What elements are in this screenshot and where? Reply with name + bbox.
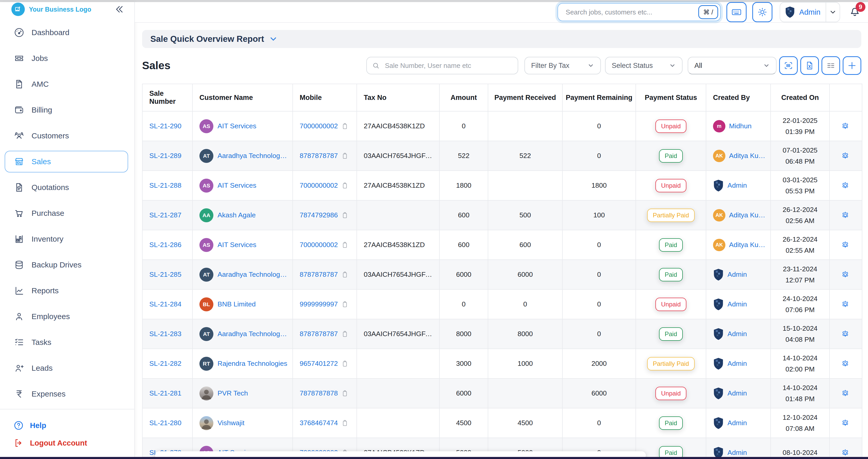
sidebar-item-backup-drives[interactable]: Backup Drives bbox=[5, 254, 128, 276]
creator-name-link[interactable]: Admin bbox=[727, 389, 747, 397]
copy-icon[interactable] bbox=[342, 360, 348, 368]
copy-icon[interactable] bbox=[342, 241, 348, 249]
creator-name-link[interactable]: Admin bbox=[727, 182, 747, 190]
customer-name-link[interactable]: Rajendra Technologies bbox=[218, 360, 287, 368]
sidebar-item-billing[interactable]: Billing bbox=[5, 99, 128, 121]
sale-number-link[interactable]: SL-21-287 bbox=[149, 211, 181, 219]
row-settings-gear-icon[interactable] bbox=[832, 448, 859, 458]
theme-brightness-button[interactable] bbox=[752, 2, 772, 22]
copy-icon[interactable] bbox=[342, 300, 348, 308]
date-range-select[interactable]: All bbox=[688, 57, 777, 74]
customer-name-link[interactable]: AIT Services bbox=[218, 122, 256, 130]
creator-name-link[interactable]: Aditya Kumar bbox=[729, 152, 766, 160]
row-settings-gear-icon[interactable] bbox=[832, 121, 859, 131]
sidebar-item-dashboard[interactable]: Dashboard bbox=[5, 22, 128, 43]
sale-number-link[interactable]: SL-21-290 bbox=[149, 122, 181, 130]
sale-number-link[interactable]: SL-21-280 bbox=[149, 419, 181, 427]
creator-name-link[interactable]: Admin bbox=[727, 300, 747, 308]
mobile-link[interactable]: 9657401272 bbox=[300, 360, 338, 368]
customer-name-link[interactable]: AIT Services bbox=[218, 241, 256, 249]
copy-icon[interactable] bbox=[342, 271, 348, 278]
mobile-link[interactable]: 7874792986 bbox=[300, 211, 338, 219]
sale-number-link[interactable]: SL-21-284 bbox=[149, 300, 181, 308]
table-search-input[interactable] bbox=[384, 61, 513, 70]
creator-name-link[interactable]: Admin bbox=[727, 270, 747, 278]
mobile-link[interactable]: 8787878787 bbox=[300, 270, 338, 278]
creator-name-link[interactable]: Admin bbox=[727, 330, 747, 338]
global-search-input[interactable] bbox=[565, 8, 698, 17]
barcode-scan-button[interactable] bbox=[779, 56, 798, 75]
sale-number-link[interactable]: SL-21-289 bbox=[149, 152, 181, 160]
row-settings-gear-icon[interactable] bbox=[832, 299, 859, 309]
creator-name-link[interactable]: Admin bbox=[727, 419, 747, 427]
help-button[interactable]: Help bbox=[0, 417, 134, 434]
copy-icon[interactable] bbox=[342, 211, 348, 219]
sidebar-item-leads[interactable]: Leads bbox=[5, 357, 128, 379]
row-settings-gear-icon[interactable] bbox=[832, 181, 859, 191]
keyboard-shortcuts-button[interactable] bbox=[726, 2, 747, 22]
mobile-link[interactable]: 7878787878 bbox=[300, 389, 338, 397]
logout-button[interactable]: Logout Account bbox=[0, 434, 134, 452]
report-chevron-down-icon[interactable] bbox=[269, 34, 278, 44]
notifications-bell[interactable]: 9 bbox=[848, 5, 861, 20]
column-settings-button[interactable] bbox=[822, 56, 840, 75]
mobile-link[interactable]: 8787878787 bbox=[300, 330, 338, 338]
row-settings-gear-icon[interactable] bbox=[832, 210, 859, 220]
copy-icon[interactable] bbox=[342, 182, 348, 190]
sale-number-link[interactable]: SL-21-282 bbox=[149, 360, 181, 368]
sale-number-link[interactable]: SL-21-285 bbox=[149, 270, 181, 278]
row-settings-gear-icon[interactable] bbox=[832, 270, 859, 280]
customer-name-link[interactable]: PVR Tech bbox=[218, 389, 248, 397]
customer-name-link[interactable]: BNB Limited bbox=[218, 300, 256, 308]
sidebar-item-jobs[interactable]: Jobs bbox=[5, 47, 128, 69]
sale-number-link[interactable]: SL-21-288 bbox=[149, 182, 181, 190]
mobile-link[interactable]: 7000000002 bbox=[300, 122, 338, 130]
sidebar-item-purchase[interactable]: Purchase bbox=[5, 202, 128, 224]
report-selector-bar[interactable]: Sale Quick Overview Report bbox=[142, 30, 861, 48]
row-settings-gear-icon[interactable] bbox=[832, 240, 859, 250]
customer-name-link[interactable]: Aaradhya Technologies bbox=[218, 152, 288, 160]
add-sale-button[interactable] bbox=[843, 56, 861, 75]
creator-name-link[interactable]: Aditya Kumar bbox=[729, 211, 766, 219]
customer-name-link[interactable]: AIT Services bbox=[218, 182, 256, 190]
creator-name-link[interactable]: Aditya Kumar bbox=[729, 241, 766, 249]
copy-icon[interactable] bbox=[342, 122, 348, 130]
select-status-select[interactable]: Select Status bbox=[605, 57, 683, 74]
creator-name-link[interactable]: Admin bbox=[727, 360, 747, 368]
copy-icon[interactable] bbox=[342, 419, 348, 427]
export-excel-button[interactable] bbox=[800, 56, 819, 75]
sidebar-item-tasks[interactable]: Tasks bbox=[5, 331, 128, 353]
customer-name-link[interactable]: Aaradhya Technologies bbox=[218, 330, 288, 338]
sidebar-item-reports[interactable]: Reports bbox=[5, 280, 128, 301]
user-menu[interactable]: Admin bbox=[780, 2, 840, 22]
filter-by-tax-select[interactable]: Filter By Tax bbox=[524, 57, 601, 74]
mobile-link[interactable]: 8787878787 bbox=[300, 152, 338, 160]
copy-icon[interactable] bbox=[342, 330, 348, 338]
copy-icon[interactable] bbox=[342, 390, 348, 397]
sidebar-collapse-icon[interactable] bbox=[114, 4, 125, 15]
row-settings-gear-icon[interactable] bbox=[832, 359, 859, 369]
creator-name-link[interactable]: Admin bbox=[727, 449, 747, 457]
sidebar-item-customers[interactable]: Customers bbox=[5, 125, 128, 146]
sidebar-item-quotations[interactable]: Quotations bbox=[5, 176, 128, 198]
mobile-link[interactable]: 7000000002 bbox=[300, 182, 338, 190]
customer-name-link[interactable]: Akash Agale bbox=[218, 211, 256, 219]
mobile-link[interactable]: 3768467474 bbox=[300, 419, 338, 427]
row-settings-gear-icon[interactable] bbox=[832, 389, 859, 398]
sidebar-item-amc[interactable]: AMC bbox=[5, 73, 128, 95]
sale-number-link[interactable]: SL-21-281 bbox=[149, 389, 181, 397]
copy-icon[interactable] bbox=[342, 152, 348, 160]
customer-name-link[interactable]: Aaradhya Technologies bbox=[218, 270, 288, 278]
sidebar-item-inventory[interactable]: Inventory bbox=[5, 228, 128, 250]
customer-name-link[interactable]: Vishwajit bbox=[218, 419, 244, 427]
row-settings-gear-icon[interactable] bbox=[832, 151, 859, 161]
business-logo-icon[interactable] bbox=[11, 3, 25, 16]
sidebar-item-employees[interactable]: Employees bbox=[5, 306, 128, 327]
creator-name-link[interactable]: Midhun bbox=[729, 122, 751, 130]
row-settings-gear-icon[interactable] bbox=[832, 329, 859, 339]
sidebar-item-sales[interactable]: Sales bbox=[5, 151, 128, 172]
row-settings-gear-icon[interactable] bbox=[832, 418, 859, 428]
sale-number-link[interactable]: SL-21-286 bbox=[149, 241, 181, 249]
sidebar-item-expenses[interactable]: Expenses bbox=[5, 383, 128, 405]
mobile-link[interactable]: 9999999997 bbox=[300, 300, 338, 308]
